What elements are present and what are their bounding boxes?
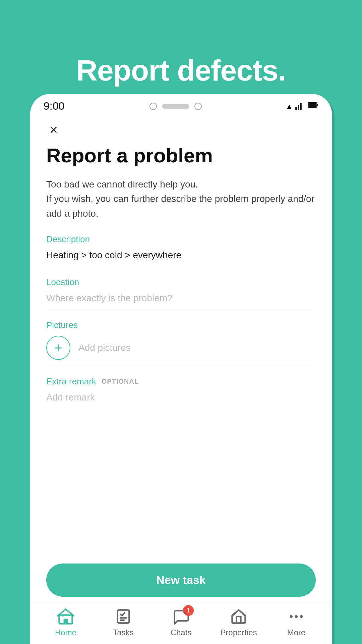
extra-remark-label-row: Extra remark OPTIONAL [46, 376, 316, 387]
chats-label: Chats [171, 628, 192, 637]
nav-item-tasks[interactable]: Tasks [100, 608, 147, 637]
location-field: Location Where exactly is the problem? [46, 277, 316, 310]
wifi-icon: ▴ [287, 101, 292, 112]
signal-icon [295, 102, 304, 111]
svg-rect-5 [317, 104, 318, 106]
tasks-label: Tasks [113, 628, 133, 637]
nav-item-properties[interactable]: Properties [215, 608, 262, 637]
pictures-label: Pictures [46, 320, 316, 330]
tagline: Report defects. [76, 53, 286, 88]
svg-point-13 [300, 615, 303, 618]
nav-item-home[interactable]: Home [42, 608, 89, 637]
pictures-field: Pictures + Add pictures [46, 320, 316, 366]
svg-point-11 [290, 615, 293, 618]
bottom-area: New task [30, 557, 332, 602]
new-task-button[interactable]: New task [46, 564, 316, 597]
chats-badge: 1 [183, 605, 194, 616]
status-icons: ▴ [287, 100, 318, 112]
close-button[interactable]: × [46, 122, 61, 137]
extra-remark-label: Extra remark [46, 376, 96, 387]
chats-icon-wrap: 1 [172, 608, 190, 625]
close-icon: × [50, 123, 58, 137]
svg-rect-0 [295, 107, 297, 110]
camera-dot-left [149, 103, 157, 110]
status-bar: 9:00 ▴ [30, 94, 332, 116]
tasks-icon-wrap [115, 608, 132, 625]
screen-content: × Report a problem Too bad we cannot dir… [30, 116, 332, 557]
nav-item-chats[interactable]: 1 Chats [158, 608, 204, 637]
remark-input[interactable]: Add remark [46, 392, 316, 409]
more-label: More [287, 628, 306, 637]
add-picture-button[interactable]: + [46, 336, 70, 360]
svg-rect-4 [308, 103, 316, 107]
body-text: Too bad we cannot directly help you.If y… [46, 177, 316, 221]
extra-remark-field: Extra remark OPTIONAL Add remark [46, 376, 316, 409]
description-value[interactable]: Heating > too cold > everywhere [46, 250, 316, 267]
location-input[interactable]: Where exactly is the problem? [46, 293, 316, 310]
plus-icon: + [54, 341, 62, 355]
nav-item-more[interactable]: More [273, 608, 320, 637]
properties-icon-wrap [230, 608, 247, 625]
location-label: Location [46, 277, 316, 287]
more-icon [288, 608, 305, 625]
tasks-icon [115, 608, 132, 625]
optional-tag: OPTIONAL [102, 378, 139, 385]
home-icon [57, 608, 74, 625]
svg-point-12 [295, 615, 298, 618]
camera-notch [149, 103, 202, 110]
bottom-navigation: Home Tasks 1 Chats [30, 602, 332, 644]
page-title: Report a problem [46, 144, 316, 167]
camera-pill [162, 104, 189, 109]
camera-dot-right [194, 103, 202, 110]
phone-mockup: 9:00 ▴ × Report a problem Too bad [30, 94, 332, 644]
battery-icon [308, 100, 318, 112]
description-field: Description Heating > too cold > everywh… [46, 234, 316, 267]
status-time: 9:00 [44, 100, 64, 112]
svg-rect-7 [64, 619, 68, 624]
more-icon-wrap [288, 608, 305, 625]
home-label: Home [55, 628, 76, 637]
properties-label: Properties [220, 628, 257, 637]
svg-rect-1 [298, 105, 299, 110]
svg-rect-2 [300, 103, 302, 110]
home-icon-wrap [57, 608, 74, 625]
add-pictures-label: Add pictures [78, 342, 131, 353]
svg-rect-8 [118, 610, 129, 623]
properties-icon [230, 608, 247, 625]
add-picture-row: + Add pictures [46, 336, 316, 366]
description-label: Description [46, 234, 316, 245]
